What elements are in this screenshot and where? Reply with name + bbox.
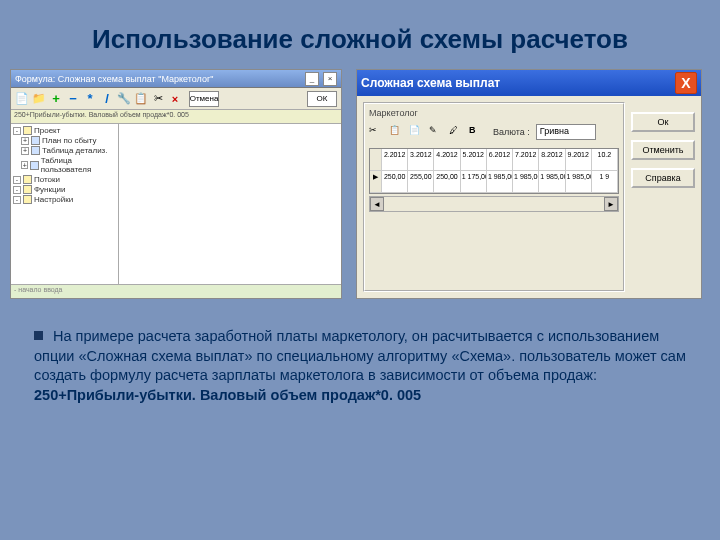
bullet-icon <box>34 331 43 340</box>
formula-text: 250+Прибыли-убытки. Валовый объем продаж… <box>34 387 421 403</box>
grid-header[interactable]: 3.2012 <box>408 149 434 171</box>
grid-data-row: ▶ 250,00 255,00 250,00 1 175,00 1 985,00… <box>370 171 618 193</box>
tree-node[interactable]: -Проект <box>13 126 116 135</box>
tree-label: Проект <box>34 126 60 135</box>
currency-label: Валюта : <box>493 127 530 137</box>
edit-icon[interactable]: ✎ <box>429 125 443 139</box>
tree-label: Настройки <box>34 195 73 204</box>
button-column: Ок Отменить Справка <box>631 102 695 292</box>
grid-cell[interactable]: 1 985,00 <box>487 171 513 193</box>
formula-input[interactable]: 250+Прибыли-убытки. Валовый объем продаж… <box>11 110 341 124</box>
grid-header[interactable]: 6.2012 <box>487 149 513 171</box>
data-grid[interactable]: 2.2012 3.2012 4.2012 5.2012 6.2012 7.201… <box>369 148 619 194</box>
pencil-icon[interactable]: 🖊 <box>449 125 463 139</box>
grid-cell[interactable]: ▶ <box>370 171 382 193</box>
formula-titlebar: Формула: Сложная схема выплат "Маркетоло… <box>11 70 341 88</box>
tree-node[interactable]: -Функции <box>13 185 116 194</box>
currency-select[interactable]: Гривна <box>536 124 596 140</box>
plus-icon[interactable]: + <box>49 92 63 106</box>
tool-icon[interactable]: 📋 <box>134 92 148 106</box>
close-button[interactable]: X <box>675 72 697 94</box>
scheme-panel: Маркетолог ✂ 📋 📄 ✎ 🖊 B Валюта : Гривна 2… <box>363 102 625 292</box>
tree-label: План по сбыту <box>42 136 97 145</box>
grid-cell[interactable]: 255,00 <box>408 171 434 193</box>
grid-cell[interactable]: 1 985,00 <box>566 171 592 193</box>
cancel-button[interactable]: Отмена <box>189 91 219 107</box>
ok-button[interactable]: Ок <box>631 112 695 132</box>
cut-icon[interactable]: ✂ <box>369 125 383 139</box>
cancel-icon[interactable]: × <box>168 92 182 106</box>
scheme-body: Маркетолог ✂ 📋 📄 ✎ 🖊 B Валюта : Гривна 2… <box>357 96 701 298</box>
divide-icon[interactable]: / <box>100 92 114 106</box>
slide-title: Использование сложной схемы расчетов <box>0 0 720 69</box>
multiply-icon[interactable]: * <box>83 92 97 106</box>
grid-cell[interactable]: 1 9 <box>592 171 618 193</box>
formula-toolbar: 📄 📁 + − * / 🔧 📋 ✂ × Отмена ОК <box>11 88 341 110</box>
tree-node[interactable]: +План по сбыту <box>13 136 116 145</box>
horizontal-scrollbar[interactable]: ◄ ► <box>369 196 619 212</box>
scheme-titlebar: Сложная схема выплат X <box>357 70 701 96</box>
tree-node[interactable]: +Таблица детализ. <box>13 146 116 155</box>
grid-header[interactable]: 10.2 <box>592 149 618 171</box>
help-button[interactable]: Справка <box>631 168 695 188</box>
tool-icon[interactable]: ✂ <box>151 92 165 106</box>
grid-cell[interactable]: 1 985,00 <box>539 171 565 193</box>
tree-panel: -Проект +План по сбыту +Таблица детализ.… <box>11 124 119 284</box>
bold-icon[interactable]: B <box>469 125 483 139</box>
description-text: На примере расчета заработной платы марк… <box>0 299 720 405</box>
grid-header[interactable] <box>370 149 382 171</box>
content-area[interactable] <box>119 124 341 284</box>
tree-label: Таблица пользователя <box>41 156 116 174</box>
grid-header[interactable]: 2.2012 <box>382 149 408 171</box>
tree-node[interactable]: -Настройки <box>13 195 116 204</box>
grid-header[interactable]: 8.2012 <box>539 149 565 171</box>
cancel-button[interactable]: Отменить <box>631 140 695 160</box>
grid-cell[interactable]: 1 175,00 <box>461 171 487 193</box>
scheme-window: Сложная схема выплат X Маркетолог ✂ 📋 📄 … <box>356 69 702 299</box>
grid-cell[interactable]: 250,00 <box>434 171 460 193</box>
ok-button[interactable]: ОК <box>307 91 337 107</box>
grid-cell[interactable]: 250,00 <box>382 171 408 193</box>
tool-icon[interactable]: 📄 <box>15 92 29 106</box>
minimize-button[interactable]: _ <box>305 72 319 86</box>
grid-header[interactable]: 5.2012 <box>461 149 487 171</box>
scroll-left-button[interactable]: ◄ <box>370 197 384 211</box>
minus-icon[interactable]: − <box>66 92 80 106</box>
tree-label: Потоки <box>34 175 60 184</box>
tree-label: Таблица детализ. <box>42 146 108 155</box>
grid-header[interactable]: 9.2012 <box>566 149 592 171</box>
formula-title: Формула: Сложная схема выплат "Маркетоло… <box>15 74 301 84</box>
scheme-title: Сложная схема выплат <box>361 76 675 90</box>
description-body: На примере расчета заработной платы марк… <box>34 328 686 383</box>
tree-node[interactable]: +Таблица пользователя <box>13 156 116 174</box>
role-label: Маркетолог <box>369 108 619 118</box>
scroll-right-button[interactable]: ► <box>604 197 618 211</box>
status-bar: - начало ввода <box>11 284 341 298</box>
tree-label: Функции <box>34 185 66 194</box>
grid-header[interactable]: 7.2012 <box>513 149 539 171</box>
formula-window: Формула: Сложная схема выплат "Маркетоло… <box>10 69 342 299</box>
grid-cell[interactable]: 1 985,00 <box>513 171 539 193</box>
copy-icon[interactable]: 📋 <box>389 125 403 139</box>
grid-header[interactable]: 4.2012 <box>434 149 460 171</box>
tree-node[interactable]: -Потоки <box>13 175 116 184</box>
tool-icon[interactable]: 🔧 <box>117 92 131 106</box>
tool-icon[interactable]: 📁 <box>32 92 46 106</box>
close-button[interactable]: × <box>323 72 337 86</box>
screenshots-row: Формула: Сложная схема выплат "Маркетоло… <box>0 69 720 299</box>
icon-toolbar: ✂ 📋 📄 ✎ 🖊 B Валюта : Гривна <box>369 124 619 140</box>
formula-body: -Проект +План по сбыту +Таблица детализ.… <box>11 124 341 284</box>
grid-header-row: 2.2012 3.2012 4.2012 5.2012 6.2012 7.201… <box>370 149 618 171</box>
paste-icon[interactable]: 📄 <box>409 125 423 139</box>
